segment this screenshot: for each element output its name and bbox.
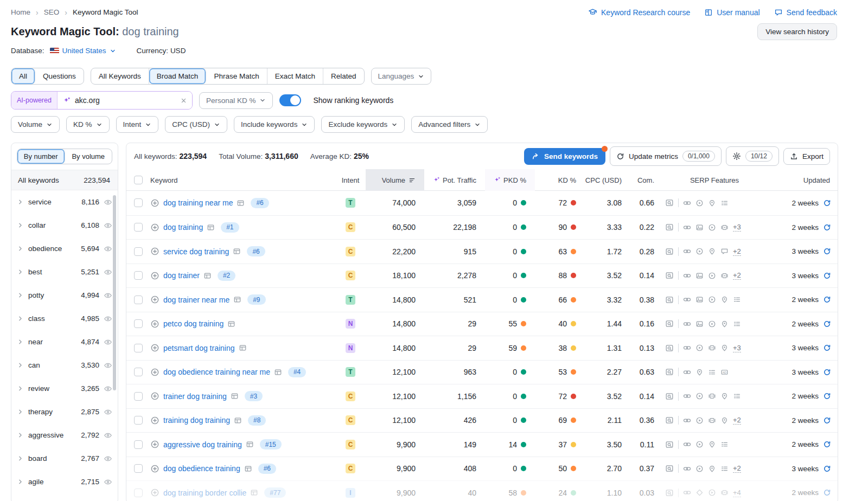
serp-snapshot-icon[interactable] xyxy=(237,199,245,207)
eye-icon[interactable] xyxy=(104,408,112,416)
update-metrics-button[interactable]: Update metrics 0/1,000 xyxy=(610,146,722,166)
export-button[interactable]: Export xyxy=(783,148,830,165)
show-ranking-keywords-toggle[interactable] xyxy=(279,94,301,106)
intent-badge[interactable]: T xyxy=(346,198,355,208)
intent-badge[interactable]: C xyxy=(346,440,355,449)
sidebar-group-item[interactable]: obedience5,694 xyxy=(11,237,118,260)
intent-badge[interactable]: C xyxy=(346,222,355,232)
position-badge[interactable]: #6 xyxy=(247,246,265,256)
eye-icon[interactable] xyxy=(104,245,112,253)
serp-preview-icon[interactable] xyxy=(665,247,674,256)
add-keyword-icon[interactable] xyxy=(150,416,159,425)
sidebar-group-item[interactable]: review3,265 xyxy=(11,377,118,400)
column-kd[interactable]: KD % xyxy=(535,169,585,191)
serp-snapshot-icon[interactable] xyxy=(250,489,258,497)
keyword-link[interactable]: dog training near me xyxy=(163,198,233,207)
sidebar-group-item[interactable]: aggressive2,792 xyxy=(11,423,118,447)
row-checkbox[interactable] xyxy=(134,198,143,207)
refresh-icon[interactable] xyxy=(823,247,831,255)
add-keyword-icon[interactable] xyxy=(150,343,159,352)
tab-phrase-match[interactable]: Phrase Match xyxy=(206,68,267,84)
serp-preview-icon[interactable] xyxy=(665,198,674,207)
help-link[interactable]: Send feedback xyxy=(774,8,837,17)
column-cpc[interactable]: CPC (USD) xyxy=(585,169,630,191)
chevron-right-icon[interactable] xyxy=(17,198,24,205)
row-checkbox[interactable] xyxy=(134,489,143,497)
add-keyword-icon[interactable] xyxy=(150,271,159,280)
select-all-checkbox[interactable] xyxy=(134,176,143,184)
serp-more-count[interactable]: +3 xyxy=(733,223,741,232)
row-checkbox[interactable] xyxy=(134,247,143,256)
filter-dropdown-exclude-keywords[interactable]: Exclude keywords xyxy=(321,116,405,133)
sidebar-group-item[interactable]: potty4,994 xyxy=(11,284,118,307)
chevron-right-icon[interactable] xyxy=(17,408,24,415)
column-serp-features[interactable]: SERP Features xyxy=(663,169,766,191)
chevron-right-icon[interactable] xyxy=(17,385,24,392)
sort-by-volume-tab[interactable]: By volume xyxy=(65,149,112,164)
serp-snapshot-icon[interactable] xyxy=(239,344,247,352)
clear-search-icon[interactable] xyxy=(181,98,187,104)
column-updated[interactable]: Updated xyxy=(766,169,838,191)
serp-preview-icon[interactable] xyxy=(665,392,674,401)
sort-by-number-tab[interactable]: By number xyxy=(17,149,65,164)
row-checkbox[interactable] xyxy=(134,392,143,401)
search-input[interactable]: akc.org xyxy=(58,92,192,109)
serp-preview-icon[interactable] xyxy=(665,223,674,232)
filter-dropdown-cpc-usd-[interactable]: CPC (USD) xyxy=(165,116,227,133)
column-pkd[interactable]: PKD % xyxy=(485,169,535,191)
chevron-right-icon[interactable] xyxy=(17,268,24,275)
keyword-link[interactable]: dog obedience training xyxy=(163,464,240,473)
position-badge[interactable]: #77 xyxy=(264,487,286,498)
sidebar-group-item[interactable]: agile2,715 xyxy=(11,470,118,493)
eye-icon[interactable] xyxy=(104,384,112,393)
column-intent[interactable]: Intent xyxy=(335,169,366,191)
add-keyword-icon[interactable] xyxy=(150,391,159,401)
sidebar-group-item[interactable]: service8,116 xyxy=(11,190,118,214)
row-checkbox[interactable] xyxy=(134,416,143,425)
filter-dropdown-volume[interactable]: Volume xyxy=(11,116,60,133)
tab-related[interactable]: Related xyxy=(323,68,364,84)
chevron-right-icon[interactable] xyxy=(17,432,24,439)
serp-more-count[interactable]: +3 xyxy=(733,344,741,352)
tab-all[interactable]: All xyxy=(11,68,35,84)
serp-preview-icon[interactable] xyxy=(665,440,674,449)
serp-snapshot-icon[interactable] xyxy=(207,223,215,232)
keyword-link[interactable]: petsmart dog training xyxy=(163,344,235,352)
serp-preview-icon[interactable] xyxy=(665,319,674,328)
keyword-link[interactable]: dog trainer xyxy=(163,271,200,280)
help-link[interactable]: User manual xyxy=(704,8,760,17)
serp-snapshot-icon[interactable] xyxy=(246,440,254,448)
intent-badge[interactable]: C xyxy=(346,247,355,256)
refresh-icon[interactable] xyxy=(823,489,831,497)
filter-dropdown-kd-[interactable]: KD % xyxy=(66,116,110,133)
serp-snapshot-icon[interactable] xyxy=(234,416,242,425)
sidebar-group-item[interactable]: best5,251 xyxy=(11,260,118,284)
intent-badge[interactable]: C xyxy=(346,464,355,473)
chevron-right-icon[interactable] xyxy=(17,245,24,252)
row-checkbox[interactable] xyxy=(134,440,143,449)
eye-icon[interactable] xyxy=(104,291,112,300)
refresh-icon[interactable] xyxy=(823,344,831,352)
breadcrumb-seo[interactable]: SEO xyxy=(44,8,60,16)
refresh-icon[interactable] xyxy=(823,392,831,400)
database-selector[interactable]: United States xyxy=(50,47,116,55)
position-badge[interactable]: #1 xyxy=(221,222,239,233)
column-keyword[interactable]: Keyword xyxy=(150,169,335,191)
chevron-right-icon[interactable] xyxy=(17,362,24,369)
refresh-icon[interactable] xyxy=(823,320,831,328)
position-badge[interactable]: #15 xyxy=(260,439,282,449)
refresh-icon[interactable] xyxy=(823,440,831,448)
refresh-icon[interactable] xyxy=(823,416,831,425)
refresh-icon[interactable] xyxy=(823,199,831,207)
filter-dropdown-intent[interactable]: Intent xyxy=(116,116,159,133)
position-badge[interactable]: #6 xyxy=(251,198,269,208)
row-checkbox[interactable] xyxy=(134,368,143,376)
serp-snapshot-icon[interactable] xyxy=(233,247,241,255)
chevron-right-icon[interactable] xyxy=(17,455,24,462)
position-badge[interactable]: #4 xyxy=(288,367,306,377)
position-badge[interactable]: #6 xyxy=(258,464,276,474)
serp-more-count[interactable]: +2 xyxy=(733,416,741,425)
position-badge[interactable]: #3 xyxy=(245,391,263,401)
chevron-right-icon[interactable] xyxy=(17,338,24,345)
eye-icon[interactable] xyxy=(104,454,112,463)
